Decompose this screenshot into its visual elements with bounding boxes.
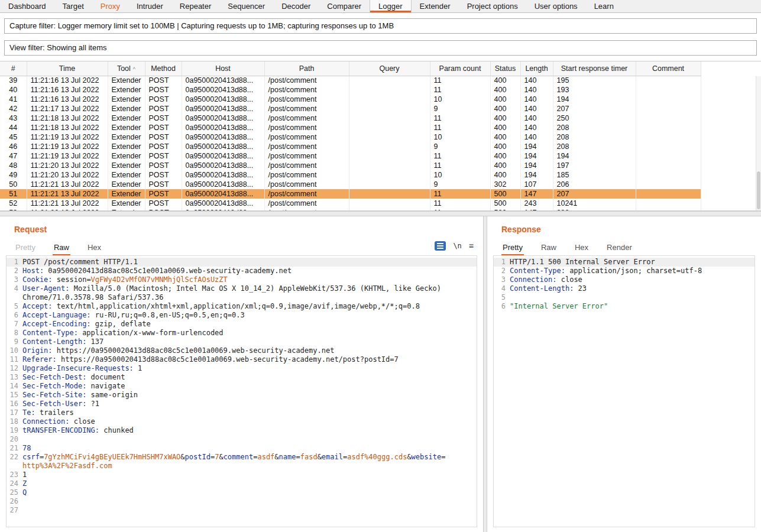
line-content: Sec-Fetch-Dest: document (22, 373, 125, 382)
table-cell (349, 151, 430, 161)
table-row[interactable]: 4911:21:20 13 Jul 2022ExtenderPOST0a9500… (0, 170, 701, 180)
table-row[interactable]: 4111:21:16 13 Jul 2022ExtenderPOST0a9500… (0, 95, 701, 104)
table-cell: 400 (490, 161, 520, 170)
table-cell: 197 (553, 161, 636, 170)
table-cell (636, 123, 701, 132)
nonprintable-toggle-icon[interactable]: \n (453, 242, 461, 250)
column-header[interactable]: Host (182, 61, 264, 76)
code-line: 25 Q (7, 488, 477, 497)
table-cell (636, 113, 701, 123)
editor-tab[interactable]: Pretty (14, 243, 37, 255)
column-header[interactable]: Path (264, 61, 349, 76)
table-cell: 0a9500020413d88... (182, 123, 264, 132)
column-header[interactable]: Length (520, 61, 553, 76)
horizontal-splitter[interactable] (0, 211, 761, 216)
table-row[interactable]: 4211:21:17 13 Jul 2022ExtenderPOST0a9500… (0, 104, 701, 113)
line-content: Content-Type: application/x-www-form-url… (22, 329, 224, 338)
table-vertical-scrollbar[interactable] (756, 76, 761, 210)
column-header[interactable]: # (0, 61, 27, 76)
table-cell: 46 (0, 142, 27, 151)
table-cell: 194 (520, 170, 553, 180)
line-number: 2 (494, 267, 510, 275)
editor-tab[interactable]: Raw (540, 243, 558, 255)
editor-tab[interactable]: Render (605, 243, 633, 255)
table-row[interactable]: 4711:21:19 13 Jul 2022ExtenderPOST0a9500… (0, 151, 701, 161)
table-cell: POST (145, 142, 182, 151)
column-header[interactable]: Status (490, 61, 520, 76)
wrap-toggle-icon[interactable] (435, 241, 446, 251)
request-editor[interactable]: 1 POST /post/comment HTTP/1.1 2 Host: 0a… (6, 255, 477, 527)
table-cell: 40 (0, 85, 27, 95)
response-title: Response (501, 225, 761, 234)
menu-tab[interactable]: Learn (586, 0, 622, 12)
line-number: 1 (494, 258, 510, 267)
menu-tab[interactable]: Extender (412, 0, 459, 12)
table-row[interactable]: 4411:21:18 13 Jul 2022ExtenderPOST0a9500… (0, 123, 701, 132)
code-line: 4 User-Agent: Mozilla/5.0 (Macintosh; In… (7, 284, 477, 302)
table-row[interactable]: 5311:21:22 13 Jul 2022ExtenderPOST0a9500… (0, 208, 701, 211)
column-header[interactable]: Param count (430, 61, 490, 76)
code-line: 3 Cookie: session=VgFWy4D2vMfON7vMNMhjQl… (7, 275, 477, 284)
table-row[interactable]: 4011:21:16 13 Jul 2022ExtenderPOST0a9500… (0, 85, 701, 95)
menu-tab[interactable]: Comparer (319, 0, 370, 12)
table-row[interactable]: 4811:21:20 13 Jul 2022ExtenderPOST0a9500… (0, 161, 701, 170)
menu-tab[interactable]: Project options (459, 0, 526, 12)
table-cell (636, 85, 701, 95)
table-cell (349, 76, 430, 85)
table-cell: 243 (520, 199, 553, 208)
response-editor[interactable]: 1 HTTP/1.1 500 Internal Server Error 2 C… (493, 255, 755, 527)
code-line: 3 Connection: close (494, 275, 754, 284)
menu-tab[interactable]: User options (526, 0, 586, 12)
menu-tab[interactable]: Repeater (171, 0, 219, 12)
menu-tab[interactable]: Target (54, 0, 92, 12)
menu-tab[interactable]: Dashboard (0, 0, 54, 12)
line-number: 4 (494, 284, 510, 293)
column-header[interactable]: Start response timer (553, 61, 636, 76)
menu-tab[interactable]: Proxy (92, 0, 128, 12)
capture-filter-bar[interactable]: Capture filter: Logger memory limit set … (4, 18, 757, 34)
table-cell: 11 (430, 189, 490, 199)
editor-tab[interactable]: Hex (574, 243, 590, 255)
column-header[interactable]: Comment (636, 61, 701, 76)
editor-tab[interactable]: Raw (53, 243, 70, 255)
table-row[interactable]: 4611:21:19 13 Jul 2022ExtenderPOST0a9500… (0, 142, 701, 151)
vertical-splitter[interactable] (483, 216, 487, 532)
table-cell: 140 (520, 104, 553, 113)
menu-tab[interactable]: Sequencer (219, 0, 273, 12)
table-cell: 400 (490, 104, 520, 113)
table-cell: Extender (108, 132, 145, 142)
code-line: 1 POST /post/comment HTTP/1.1 (7, 258, 477, 267)
table-cell: 400 (490, 123, 520, 132)
column-header[interactable]: Query (349, 61, 430, 76)
line-content: 78 (22, 444, 31, 453)
column-header[interactable]: Method (145, 61, 182, 76)
code-line: 27 (7, 506, 477, 515)
scrollbar-thumb[interactable] (757, 171, 760, 209)
table-cell: 11 (430, 199, 490, 208)
column-header[interactable]: Tool^ (108, 61, 145, 76)
view-filter-bar[interactable]: View filter: Showing all items (4, 40, 757, 56)
editor-tab[interactable]: Pretty (501, 243, 524, 255)
menu-tab[interactable]: Decoder (273, 0, 319, 12)
editor-tab[interactable]: Hex (86, 243, 102, 255)
editor-menu-icon[interactable]: ≡ (469, 242, 474, 250)
code-line: 19 tRANSFER-ENCODING: chunked (7, 426, 477, 435)
table-cell: 0a9500020413d88... (182, 161, 264, 170)
table-row[interactable]: 3911:21:16 13 Jul 2022ExtenderPOST0a9500… (0, 76, 701, 85)
table-row[interactable]: 4511:21:19 13 Jul 2022ExtenderPOST0a9500… (0, 132, 701, 142)
menu-tab[interactable]: Logger (370, 0, 411, 12)
table-row[interactable]: 5211:21:21 13 Jul 2022ExtenderPOST0a9500… (0, 199, 701, 208)
menu-tab[interactable]: Intruder (128, 0, 171, 12)
table-cell: 147 (520, 208, 553, 211)
response-tabs-list: PrettyRawHexRender (501, 243, 649, 255)
log-table-area: #TimeTool^MethodHostPathQueryParam count… (0, 61, 761, 211)
table-row[interactable]: 5011:21:21 13 Jul 2022ExtenderPOST0a9500… (0, 180, 701, 189)
menu-bar: DashboardTargetProxyIntruderRepeaterSequ… (0, 0, 761, 13)
line-content: 1 (22, 471, 27, 479)
column-header[interactable]: Time (27, 61, 108, 76)
code-line: 8 Content-Type: application/x-www-form-u… (7, 329, 477, 338)
request-panel: Request PrettyRawHex \n ≡ 1 POST /post/c… (0, 216, 483, 532)
table-row[interactable]: 4311:21:18 13 Jul 2022ExtenderPOST0a9500… (0, 113, 701, 123)
table-cell: Extender (108, 170, 145, 180)
table-row[interactable]: 5111:21:21 13 Jul 2022ExtenderPOST0a9500… (0, 189, 701, 199)
